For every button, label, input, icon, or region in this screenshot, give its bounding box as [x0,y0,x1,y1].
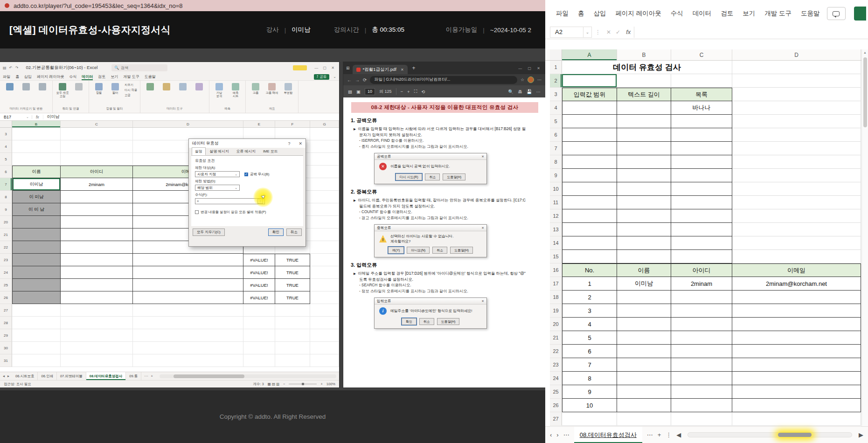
cell[interactable]: #VALUE! [243,254,275,266]
cell[interactable] [671,74,732,88]
cell[interactable] [671,345,732,358]
sheet-nav-left-icon[interactable]: ‹ [550,431,552,438]
cell[interactable] [617,399,671,412]
insert-function-icon[interactable]: fx [623,28,634,35]
cell[interactable]: 6 [562,345,617,358]
cell[interactable] [12,140,61,153]
ribbon-tab[interactable]: 검토 [716,6,737,21]
column-header[interactable]: B [617,49,671,60]
horizontal-scrollbar[interactable] [160,374,336,378]
sheet-nav-right-icon[interactable]: ▸ [7,374,9,378]
cell[interactable] [617,101,671,115]
cell[interactable] [61,342,133,354]
cell[interactable] [617,358,671,372]
cell[interactable] [310,354,339,367]
cell[interactable]: 텍스트 길이 [617,88,671,101]
cell[interactable]: No. [562,263,617,277]
ribbon-tab[interactable]: 페이지 레이아웃 [37,73,64,80]
ignore-blank-checkbox[interactable]: ✓ 공백 무시(B) [244,172,269,177]
cell[interactable]: #VALUE! [243,279,275,291]
cell[interactable] [61,291,133,304]
sheet-tab-active[interactable]: 08.데이터유효성검사 [574,427,642,443]
cell[interactable] [671,358,732,372]
cell[interactable]: 4 [562,318,617,331]
ribbon-small-button[interactable]: 고급 [125,93,137,97]
sheet-options-icon[interactable]: ⋮ [666,431,672,438]
row-header[interactable]: 27 [550,412,562,426]
ribbon-tab[interactable]: 데이터 [688,6,716,21]
ribbon-tab[interactable]: 개발 도구 [760,6,796,21]
row-header[interactable]: 13 [550,223,562,236]
profile-avatar[interactable] [528,76,534,83]
cell[interactable]: 아이디 [671,263,732,277]
cell[interactable] [671,385,732,399]
ribbon-tab[interactable]: 보기 [111,73,118,80]
cell[interactable] [310,291,339,304]
sheet-tab[interactable]: 08.데이터유효성검사 [86,372,126,380]
row-header[interactable]: 29 [0,329,12,342]
cell[interactable] [310,203,339,216]
cell[interactable] [617,318,671,331]
row-header[interactable]: 12 [550,209,562,223]
cell[interactable]: 아이디 [61,166,133,178]
confirm-entry-icon[interactable]: ✓ [613,29,623,35]
ribbon-button[interactable] [72,83,86,90]
cell[interactable] [617,74,671,88]
cell[interactable] [617,169,671,182]
thumbnails-icon[interactable]: ▣ [356,89,361,94]
cell[interactable] [61,128,133,140]
cell[interactable] [12,228,61,241]
cell[interactable] [310,254,339,266]
cell[interactable]: 이름 [617,263,671,277]
cell[interactable] [671,372,732,385]
sheet-nav-left-icon[interactable]: ◂ [3,374,5,378]
ribbon-button[interactable] [176,83,190,90]
cell[interactable] [562,142,617,155]
page-url[interactable]: addto.co.kr/player/?ul_code=195453&lec_s… [14,2,182,9]
cell[interactable] [732,155,861,169]
cell[interactable] [133,266,243,279]
cell[interactable] [310,266,339,279]
cell[interactable] [61,317,133,329]
zoom-slider[interactable] [289,384,317,384]
ribbon-tab[interactable]: 보기 [738,6,759,21]
cell[interactable] [732,399,861,412]
cell[interactable] [310,329,339,342]
cell[interactable] [671,128,732,142]
cell[interactable] [243,342,275,354]
cell[interactable] [671,155,732,169]
column-header[interactable]: D [133,121,243,127]
ok-button[interactable]: 확인 [268,228,284,236]
search-icon[interactable]: 🔍 [508,89,514,94]
cell[interactable] [61,241,133,254]
horizontal-scrollbar[interactable] [687,432,852,437]
cell[interactable] [617,236,671,250]
sheet-tab[interactable]: 06.시트보호 [12,372,38,380]
cell[interactable]: 이미남 [617,277,671,291]
column-header[interactable]: D [732,49,861,60]
cell[interactable] [617,196,671,209]
cell[interactable] [671,223,732,236]
sheet-nav-right-icon[interactable]: › [556,431,558,438]
window-controls[interactable]: — ▢ ✕ [518,66,542,70]
cell[interactable] [617,182,671,196]
dialog-tab[interactable]: IME 모드 [260,147,281,155]
browser-address-bar[interactable]: addto.co.kr/player/?ul_code=195453&lec_s… [0,0,545,11]
cell[interactable] [562,196,617,209]
row-header[interactable]: 5 [550,115,562,128]
cell[interactable] [732,236,861,250]
cell[interactable] [671,142,732,155]
cell[interactable]: #VALUE! [243,291,275,304]
row-header[interactable]: 27 [0,304,12,317]
ribbon-button[interactable]: 필터 [108,83,122,95]
ribbon-button[interactable]: 그룹 해제 [265,83,279,95]
cell[interactable]: 1 [562,277,617,291]
ribbon-tab[interactable]: 도움말 [144,73,155,80]
row-header[interactable]: 7 [550,142,562,155]
ribbon-collapse-icon[interactable]: ⌄ [333,75,336,79]
cell[interactable] [133,254,243,266]
ribbon-button[interactable] [192,83,206,90]
cell[interactable] [732,304,861,318]
zoom-slider-handle[interactable] [302,383,304,385]
new-tab-icon[interactable]: + [412,65,416,71]
